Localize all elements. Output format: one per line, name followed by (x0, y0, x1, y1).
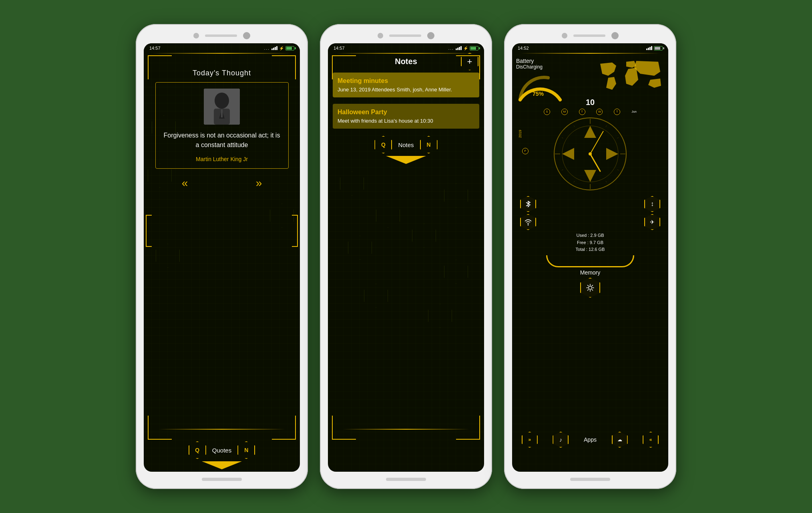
svg-line-18 (574, 125, 575, 127)
svg-point-27 (528, 224, 529, 225)
day-s1: S (544, 109, 550, 115)
nav-hex-n[interactable]: N (237, 441, 255, 459)
quote-author: Martin Luther King Jr (196, 156, 248, 162)
day-t1: T (579, 109, 585, 115)
note-body-2: Meet with friends at Lisa's house at 10:… (338, 118, 474, 124)
bottom-icon-row: » ♪ Apps ☁ « (512, 432, 668, 448)
world-map-svg (596, 58, 664, 94)
speaker (573, 34, 605, 37)
svg-line-24 (590, 154, 600, 171)
home-button[interactable] (202, 478, 242, 481)
portrait-svg (204, 89, 240, 125)
airplane-icon[interactable]: ✈ (644, 214, 660, 230)
cloud-icon[interactable]: ☁ (612, 432, 628, 448)
status-icons: ... ⚡ (264, 46, 294, 50)
day-t2: T (614, 109, 620, 115)
battery-icon (470, 46, 478, 50)
svg-marker-20 (584, 126, 596, 138)
phone-top-bar (328, 32, 484, 43)
icon-row-2: ✈ (516, 214, 664, 230)
battery-label: Battery (516, 58, 564, 64)
discharging-label: DisCharging (516, 64, 564, 70)
phone-dashboard: 14:52 (504, 24, 676, 489)
nav-hex-q[interactable]: Q (189, 441, 206, 459)
quotes-screen: 14:57 ... ⚡ (144, 43, 300, 472)
front-camera2 (611, 32, 619, 39)
phone-bottom (144, 472, 300, 481)
phone-bottom (328, 472, 484, 481)
portrait-image (204, 89, 240, 125)
notes-screen: 14:57 ... ⚡ (328, 43, 484, 472)
corner-br (456, 416, 480, 440)
quote-box: Forgiveness is not an occasional act; it… (155, 82, 289, 169)
bottom-nav: Q Quotes N (144, 437, 300, 461)
status-dots: ... (448, 46, 454, 50)
svg-marker-22 (562, 148, 574, 160)
phone-bottom (512, 472, 668, 481)
status-bar: 14:57 ... ⚡ (328, 43, 484, 53)
world-map-container (596, 58, 664, 94)
note-title-2: Halloween Party (338, 109, 474, 116)
dashboard-content: Battery DisCharging 75% (512, 54, 668, 472)
triangle-decoration (386, 156, 426, 164)
music-icon[interactable]: ♪ (553, 432, 569, 448)
battery-icon (654, 46, 663, 50)
apps-label: Apps (584, 436, 597, 443)
wifi-icon[interactable] (520, 214, 536, 230)
quotes-content: Today's Thought Forgiveness is not an oc… (144, 54, 300, 437)
year-label: 2019 (518, 130, 522, 138)
data-transfer-icon[interactable]: ↕ (644, 196, 660, 212)
note-body-1: June 13, 2019 Attendees Smith, josh, Ann… (338, 87, 474, 93)
notes-title: Notes (395, 57, 417, 66)
phone-quotes: 14:57 ... ⚡ (136, 24, 308, 489)
status-icons (646, 46, 663, 50)
front-camera (193, 33, 199, 38)
month-jun: Jun (631, 110, 637, 113)
note-card-1[interactable]: Meeting minutes June 13, 2019 Attendees … (333, 73, 479, 97)
wifi-svg (525, 218, 532, 226)
prev-nav-hex[interactable]: » (522, 432, 538, 448)
speaker (205, 34, 237, 37)
signal-icon (456, 46, 462, 50)
nav-hex-q[interactable]: Q (374, 136, 392, 153)
svg-point-1 (215, 93, 229, 109)
memory-free: Free : 9.7 GB (516, 239, 664, 246)
clock-container: 10 S M T W T Jun (516, 104, 664, 194)
hex-deco-7 (364, 284, 388, 308)
front-camera2 (427, 32, 434, 39)
settings-icon[interactable] (580, 278, 600, 298)
svg-line-15 (574, 181, 575, 182)
svg-line-12 (617, 137, 619, 138)
battery-arc-svg: 75% (516, 70, 564, 102)
prev-button[interactable]: « (182, 177, 188, 190)
hex-deco-6 (444, 260, 468, 284)
day-labels: S M T W T Jun (538, 106, 642, 118)
nav-hex-n[interactable]: N (420, 136, 438, 153)
home-button[interactable] (570, 478, 610, 481)
next-nav-hex[interactable]: « (643, 432, 659, 448)
svg-text:75%: 75% (533, 91, 544, 97)
hex-deco-1 (340, 172, 364, 196)
signal-icon (646, 46, 652, 50)
bottom-triangle (328, 156, 484, 166)
note-card-2[interactable]: Halloween Party Meet with friends at Lis… (333, 104, 479, 129)
next-button[interactable]: » (256, 177, 262, 190)
settings-svg (586, 283, 595, 292)
front-camera2 (243, 32, 250, 39)
icon-row-1: ↕ (516, 196, 664, 212)
nav-arrows: « » (148, 177, 296, 190)
day-w: W (596, 109, 603, 115)
bolt-icon: ⚡ (279, 46, 284, 50)
battery-icon (285, 46, 294, 50)
bolt-icon: ⚡ (463, 46, 468, 50)
note-title-1: Meeting minutes (338, 77, 474, 85)
status-time: 14:57 (149, 46, 161, 50)
add-note-button[interactable]: + (461, 53, 478, 71)
svg-rect-4 (221, 109, 223, 117)
home-button[interactable] (386, 478, 426, 481)
corner-bl (332, 416, 356, 440)
bluetooth-svg (525, 200, 532, 208)
svg-line-14 (606, 181, 607, 182)
svg-point-26 (589, 152, 592, 156)
bluetooth-icon[interactable] (520, 196, 536, 212)
